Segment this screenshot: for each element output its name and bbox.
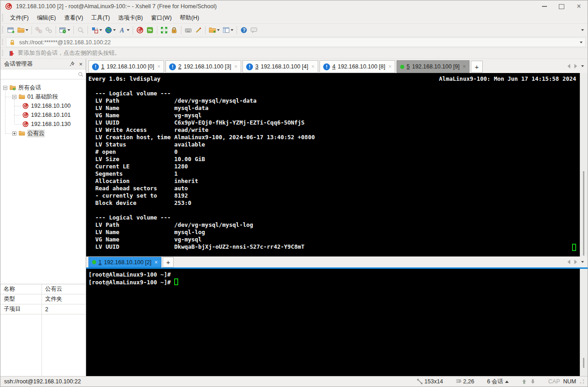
expand-expander-icon[interactable] (12, 131, 16, 136)
tab-close-icon[interactable]: × (311, 63, 315, 70)
tab-session-bottom-active[interactable]: 1 192.168.10.100 [2] × (88, 257, 161, 267)
new-session-button[interactable] (6, 25, 16, 36)
transfer-button[interactable] (90, 25, 103, 36)
property-row[interactable]: 类型 文件夹 (0, 294, 86, 304)
tab-close-icon[interactable]: × (463, 63, 466, 70)
tab-list-caret-icon[interactable] (581, 261, 584, 263)
pin-icon[interactable] (69, 61, 75, 67)
dropdown-caret-icon[interactable] (231, 29, 233, 31)
find-button[interactable] (76, 25, 86, 36)
toolbar-overflow-caret-icon[interactable] (581, 29, 584, 31)
dropdown-caret-icon[interactable] (67, 29, 70, 31)
tab-close-icon[interactable]: × (388, 63, 392, 70)
scroll-tabs-left-icon[interactable] (567, 64, 570, 68)
xshell-button[interactable] (135, 25, 145, 36)
tree-item-session-101[interactable]: 192.168.10.101 (0, 110, 86, 120)
xftp-icon (146, 26, 154, 34)
lock-button[interactable] (169, 25, 179, 36)
dropdown-caret-icon[interactable] (217, 29, 220, 31)
tab-list-caret-icon[interactable] (581, 65, 584, 67)
property-row[interactable]: 子项目 2 (0, 304, 86, 314)
scroll-tabs-left-icon[interactable] (567, 260, 570, 264)
scrollbar-thumb[interactable] (583, 171, 584, 256)
tree-item-folder-base[interactable]: 01 基础阶段 (0, 92, 86, 101)
terminal-top-scrollbar[interactable] (580, 73, 588, 256)
toolbar-separator (88, 26, 88, 34)
menu-tools[interactable]: 工具(T) (87, 13, 114, 23)
font-button[interactable]: A (117, 25, 131, 36)
web-button[interactable] (103, 25, 117, 36)
reconnect-button[interactable] (44, 25, 54, 36)
new-tab-button[interactable]: + (471, 61, 483, 73)
menu-tab[interactable]: 选项卡(B) (114, 13, 147, 23)
menu-help[interactable]: 帮助(H) (176, 13, 203, 23)
help-button[interactable]: ? (239, 25, 249, 36)
resize-grip[interactable] (579, 379, 585, 384)
tab-scroll-controls (564, 256, 588, 267)
scroll-down-icon[interactable] (530, 379, 536, 384)
collapse-expander-icon[interactable] (12, 95, 16, 99)
menu-file[interactable]: 文件(F) (6, 13, 33, 23)
status-connection-url: ssh://root@192.168.10.100:22 (4, 378, 81, 385)
feedback-button[interactable] (249, 25, 259, 36)
property-row[interactable]: 名称 公有云 (0, 284, 86, 294)
tree-item-session-130[interactable]: 192.168.10.130 (0, 120, 86, 129)
minimize-button[interactable] (537, 1, 551, 11)
terminal-bottom[interactable]: [root@AlmaLinux9-100 ~]# [root@AlmaLinux… (86, 269, 588, 376)
panel-close-icon[interactable]: × (77, 61, 84, 68)
tile-layout-button[interactable] (221, 25, 235, 36)
terminal-bottom-screen[interactable]: [root@AlmaLinux9-100 ~]# [root@AlmaLinux… (86, 269, 580, 376)
address-field[interactable] (6, 37, 586, 47)
new-tab-button[interactable]: + (163, 257, 174, 267)
scroll-tabs-right-icon[interactable] (574, 260, 577, 264)
tab-session-3[interactable]: 3 192.168.10.100 [4] × (242, 60, 318, 73)
open-session-button[interactable] (16, 25, 30, 36)
scroll-tabs-right-icon[interactable] (574, 64, 577, 68)
terminal-top[interactable]: Every 1.0s: lvdisplay AlmaLinux9-100: Mo… (86, 73, 588, 256)
tree-item-all-sessions[interactable]: 所有会话 (0, 83, 86, 92)
window-title: 192.168.10.100 [2] - root@AlmaLinux9-100… (16, 3, 534, 10)
xftp-button[interactable] (145, 25, 155, 36)
tab-session-1[interactable]: 1 192.168.10.100 [0] × (88, 60, 164, 73)
dropdown-caret-icon[interactable] (127, 29, 129, 31)
maximize-button[interactable] (555, 1, 568, 11)
keyboard-button[interactable] (183, 25, 193, 36)
terminal-bottom-scrollbar[interactable] (580, 269, 588, 376)
compose-pen-button[interactable] (193, 25, 203, 36)
xshell-app-icon (5, 3, 12, 10)
scrollbar-thumb[interactable] (583, 358, 584, 368)
infobar-grip[interactable] (2, 50, 3, 57)
menu-edit[interactable]: 编辑(E) (33, 13, 60, 23)
new-terminal-button[interactable] (207, 25, 221, 36)
disconnect-button[interactable] (34, 25, 44, 36)
dropdown-caret-icon[interactable] (113, 29, 116, 31)
session-properties-button[interactable] (58, 25, 72, 36)
address-dropdown-caret-icon[interactable] (580, 42, 583, 43)
transfer-icon (91, 26, 98, 34)
fullscreen-button[interactable] (159, 25, 169, 36)
tab-session-5-active[interactable]: 5 192.168.10.100 [9] × (397, 60, 469, 73)
tab-close-icon[interactable]: × (157, 63, 160, 70)
xshell-window: 192.168.10.100 [2] - root@AlmaLinux9-100… (0, 0, 588, 387)
menu-view[interactable]: 查看(V) (60, 13, 88, 23)
close-button[interactable]: × (572, 1, 586, 11)
addressbar-grip[interactable] (2, 39, 3, 46)
tab-session-2[interactable]: 2 192.168.10.100 [3] × (165, 60, 241, 73)
menu-window[interactable]: 窗口(W) (147, 13, 175, 23)
dropdown-caret-icon[interactable] (99, 29, 102, 31)
terminal-top-screen[interactable]: Every 1.0s: lvdisplay AlmaLinux9-100: Mo… (86, 73, 580, 256)
tree-item-session-100[interactable]: 192.168.10.100 (0, 101, 86, 110)
scroll-up-icon[interactable] (521, 379, 527, 384)
tree-item-folder-public-cloud[interactable]: 公有云 (0, 129, 86, 138)
address-input[interactable] (18, 39, 577, 46)
tab-close-icon[interactable]: × (234, 63, 237, 70)
tab-close-icon[interactable]: × (155, 259, 158, 266)
collapse-expander-icon[interactable] (3, 86, 7, 90)
session-count-caret-icon[interactable] (505, 381, 509, 383)
tab-session-4[interactable]: 4 192.168.10.100 [8] × (320, 60, 395, 73)
dropdown-caret-icon[interactable] (26, 29, 28, 31)
menubar-grip[interactable] (2, 14, 3, 21)
session-search-input[interactable] (2, 71, 77, 78)
toolbar-grip[interactable] (2, 26, 3, 34)
session-count[interactable]: 6 会话 (487, 378, 508, 386)
